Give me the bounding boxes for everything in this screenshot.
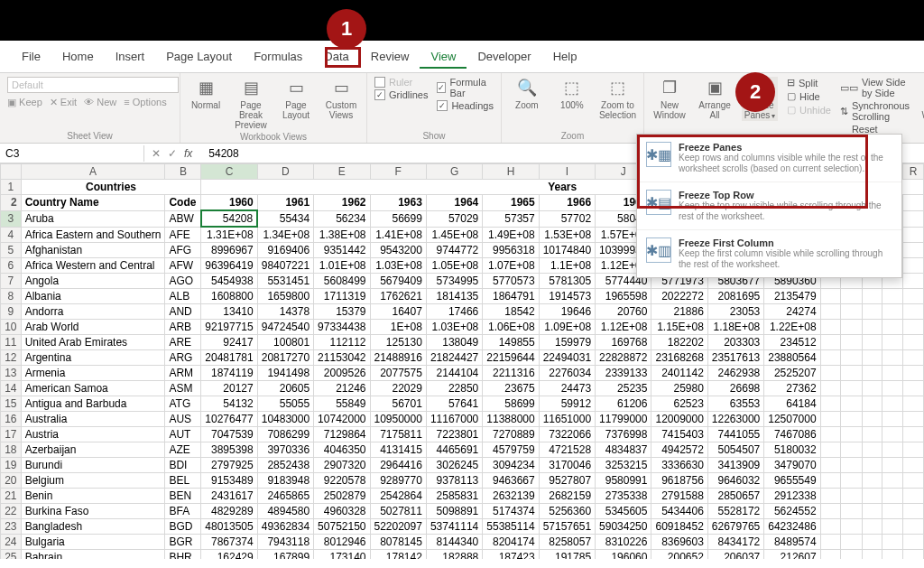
cell-code[interactable]: AGO [165,274,201,289]
cell-data[interactable]: 5781305 [539,274,595,289]
formula-bar-checkbox[interactable] [437,82,446,93]
cell-data[interactable]: 21488916 [370,350,426,366]
tab-file[interactable]: File [11,46,51,69]
cell-code[interactable]: ARB [165,320,201,335]
cell-country-name[interactable]: Aruba [21,210,165,227]
cell-country-name[interactable]: Andorra [21,304,165,320]
cell-data[interactable]: 1.41E+08 [370,227,426,243]
row-header[interactable]: 15 [1,396,22,412]
cell-data[interactable]: 10174840 [539,243,595,258]
cell-data[interactable]: 96396419 [201,258,257,274]
cell-data[interactable]: 2632139 [483,489,539,504]
cell-country-name[interactable]: Angola [21,274,165,289]
cell-data[interactable]: 100801 [257,335,313,350]
cell-data[interactable]: 12507000 [764,412,820,427]
cell-data[interactable]: 5528172 [707,504,763,519]
cell-data[interactable]: 1874119 [201,366,257,381]
custom-views-button[interactable]: ▭Custom Views [323,77,359,120]
cell-data[interactable]: 27362 [764,381,820,396]
cell-data[interactable]: 2735338 [596,489,651,504]
split-button[interactable]: ⊟ Split [787,77,831,88]
sheetview-keep[interactable]: ▣ Keep [7,97,42,108]
cell-country-name[interactable]: Albania [21,289,165,304]
cell-data[interactable]: 3094234 [483,458,539,473]
cell-data[interactable]: 9543200 [370,243,426,258]
cell-data[interactable]: 5531451 [257,274,313,289]
cell-data[interactable]: 50752150 [314,519,370,535]
cell-country-name[interactable]: Azerbaijan [21,442,165,458]
cell-data[interactable]: 26698 [707,381,763,396]
cell-data[interactable]: 2525207 [764,366,820,381]
cell-data[interactable]: 1.34E+08 [257,227,313,243]
cell-data[interactable]: 2542864 [370,489,426,504]
cell-data[interactable]: 4579759 [483,442,539,458]
cell-data[interactable]: 16407 [370,304,426,320]
cell-data[interactable]: 2401142 [651,366,707,381]
cell-data[interactable]: 2964416 [370,458,426,473]
cell-code[interactable]: AZE [165,442,201,458]
column-header-E[interactable]: E [314,164,370,180]
cell-data[interactable]: 21246 [314,381,370,396]
cell-data[interactable]: 60918452 [651,519,707,535]
cell-data[interactable]: 1608800 [201,289,257,304]
gridlines-checkbox[interactable] [374,89,385,100]
cell-data[interactable]: 4894580 [257,504,313,519]
row-header[interactable]: 2 [1,195,22,211]
cell-data[interactable]: 58699 [483,396,539,412]
cell-data[interactable]: 4960328 [314,504,370,519]
tab-page-layout[interactable]: Page Layout [155,46,243,69]
cell-data[interactable]: 24274 [764,304,820,320]
cell-data[interactable]: 57641 [426,396,482,412]
cell-data[interactable]: 203303 [707,335,763,350]
cell-data[interactable]: 138049 [426,335,482,350]
cell-country-name[interactable]: Antigua and Barbuda [21,396,165,412]
cell-data[interactable]: 10950000 [370,412,426,427]
tab-view[interactable]: View [420,46,467,69]
cell-data[interactable]: 23517613 [707,350,763,366]
header-code[interactable]: Code [165,195,201,211]
cell-data[interactable]: 7047539 [201,427,257,442]
tab-help[interactable]: Help [542,46,588,69]
cell-data[interactable]: 2907320 [314,458,370,473]
cell-data[interactable]: 3336630 [651,458,707,473]
cell-data[interactable]: 2462938 [707,366,763,381]
cell-data[interactable]: 55055 [257,396,313,412]
cell-data[interactable]: 21824427 [426,350,482,366]
cell-data[interactable]: 9744772 [426,243,482,258]
header-year[interactable]: 1965 [483,195,539,211]
cell-data[interactable]: 200652 [651,550,707,560]
cell-data[interactable]: 2077575 [370,366,426,381]
cell-data[interactable]: 49362834 [257,519,313,535]
cell-code[interactable]: ARE [165,335,201,350]
cell-data[interactable]: 2502879 [314,489,370,504]
freeze-top-row-option[interactable]: ✱▤ Freeze Top RowKeep the top row visibl… [637,182,901,230]
row-header[interactable]: 1 [1,180,22,195]
cell-data[interactable]: 2081695 [707,289,763,304]
cell-data[interactable]: 56234 [314,210,370,227]
cell-data[interactable]: 9153489 [201,473,257,489]
cell-data[interactable]: 12263000 [707,412,763,427]
cell-data[interactable]: 23168268 [651,350,707,366]
row-header[interactable]: 14 [1,381,22,396]
cell-data[interactable]: 4465691 [426,442,482,458]
cell-data[interactable]: 9463667 [483,473,539,489]
cell-data[interactable]: 2912338 [764,489,820,504]
cell-data[interactable]: 2585831 [426,489,482,504]
cell-data[interactable]: 8144340 [426,535,482,550]
cell-data[interactable]: 54208 [201,210,257,227]
cell-data[interactable]: 15379 [314,304,370,320]
row-header[interactable]: 3 [1,210,22,227]
cell-data[interactable]: 64184 [764,396,820,412]
cell-data[interactable]: 8489574 [764,535,820,550]
cell-data[interactable]: 55849 [314,396,370,412]
cell-data[interactable]: 2431617 [201,489,257,504]
name-box[interactable]: C3 [0,145,144,162]
cell-data[interactable]: 8258057 [539,535,595,550]
cell-data[interactable]: 196060 [596,550,651,560]
cell-data[interactable]: 56699 [370,210,426,227]
cell-data[interactable]: 178142 [370,550,426,560]
cell-data[interactable]: 8012946 [314,535,370,550]
cell-data[interactable]: 1659800 [257,289,313,304]
cell-data[interactable]: 13410 [201,304,257,320]
cell-data[interactable]: 7223801 [426,427,482,442]
